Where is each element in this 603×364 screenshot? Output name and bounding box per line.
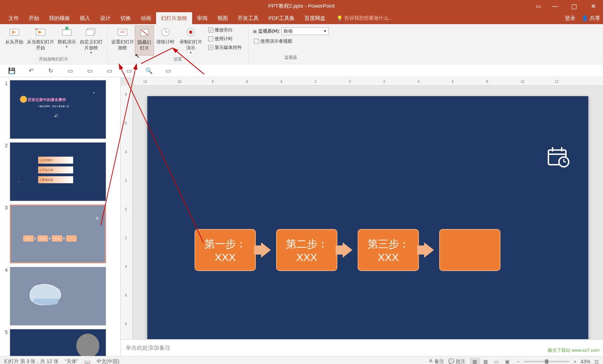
calendar-clock-icon — [546, 145, 571, 170]
presenter-view-checkbox[interactable]: 使用演示者视图 — [253, 37, 329, 45]
close-button[interactable]: ✕ — [584, 0, 603, 12]
slide-thumbnail-1[interactable]: 历史记录中的著名事件 一般历史事件，但这个更有趣一些 ✦ 🔊 — [10, 80, 106, 139]
thumb-number: 2 — [3, 142, 10, 201]
tab-devtools[interactable]: 开发工具 — [233, 12, 264, 24]
group-label-monitor: 监视器 — [285, 55, 297, 60]
status-slide-count: 幻灯片 第 3 张，共 12 张 — [4, 358, 58, 364]
step-box-1[interactable]: 第一步：XXX — [195, 229, 256, 271]
zoom-slider[interactable] — [524, 361, 569, 362]
svg-rect-8 — [86, 30, 94, 35]
qat-btn-9[interactable]: ▭ — [164, 67, 173, 74]
tab-review[interactable]: 审阅 — [192, 12, 212, 24]
group-label-start: 开始放映幻灯片 — [39, 56, 68, 62]
thumb-number: 4 — [3, 267, 10, 326]
qat-btn-7[interactable]: ▭ — [125, 67, 134, 74]
slide-thumbnail-2[interactable]: 1 公司简介 2 产品介绍 3 案例内容 ← — [10, 142, 106, 201]
notes-pane[interactable]: 单击此处添加备注 — [121, 339, 603, 356]
slideshow-view-button[interactable]: ▣ — [502, 358, 513, 364]
step-box-2[interactable]: 第二步：XXX — [276, 229, 337, 271]
zoom-out-button[interactable]: − — [517, 359, 520, 364]
minimize-button[interactable]: — — [545, 0, 565, 12]
tab-mytemplates[interactable]: 我的模板 — [44, 12, 75, 24]
thumb-number: 1 — [3, 80, 10, 139]
tab-file[interactable]: 文件 — [3, 12, 24, 24]
login-link[interactable]: 登录 — [565, 15, 575, 22]
present-online-icon — [61, 26, 73, 38]
fit-to-window-button[interactable]: ⊡ — [595, 359, 599, 364]
hide-slide-icon — [139, 27, 150, 38]
present-online-button[interactable]: 联机演示▼ — [55, 26, 78, 56]
slide-thumbnail-4[interactable] — [10, 267, 106, 326]
arrow-icon — [261, 242, 271, 258]
svg-rect-9 — [118, 29, 127, 35]
qat-btn-8[interactable]: 🔍 — [144, 67, 153, 74]
thumb-number: 5 — [3, 329, 10, 356]
redo-icon[interactable]: ↻ — [46, 67, 55, 74]
svg-rect-4 — [35, 28, 37, 30]
setup-slideshow-icon — [117, 26, 128, 38]
rehearse-timings-icon — [160, 26, 171, 38]
cursor-icon: ↖ — [135, 52, 140, 60]
svg-point-18 — [189, 30, 192, 34]
tab-home[interactable]: 开始 — [24, 12, 44, 24]
reading-view-button[interactable]: ▭ — [491, 358, 502, 364]
save-icon[interactable]: 💾 — [7, 67, 16, 74]
from-beginning-button[interactable]: 从头开始 — [3, 26, 26, 56]
tab-baidu[interactable]: 百度网盘 — [300, 12, 330, 24]
qat-btn-6[interactable]: ▭ — [105, 67, 114, 74]
normal-view-button[interactable]: ▦ — [470, 358, 480, 364]
from-current-button[interactable]: 从当前幻灯片开始 — [26, 26, 55, 56]
qat-btn-4[interactable]: ▭ — [66, 67, 75, 74]
zoom-in-button[interactable]: + — [574, 359, 576, 364]
sorter-view-button[interactable]: ▦ — [481, 358, 491, 364]
custom-slideshow-icon — [85, 26, 97, 38]
step-box-4[interactable] — [439, 229, 500, 271]
tab-pdftools[interactable]: PDF工具集 — [264, 12, 300, 24]
tellme-input[interactable]: 💡告诉我您想要做什么... — [337, 12, 393, 24]
notes-toggle[interactable]: ≜ 备注 — [429, 358, 444, 364]
horizontal-ruler[interactable]: 12108642024681012 — [133, 77, 603, 86]
arrow-icon — [424, 242, 434, 258]
hide-slide-button[interactable]: 隐藏幻灯片 — [135, 26, 154, 56]
tab-animations[interactable]: 动画 — [136, 12, 156, 24]
maximize-button[interactable]: ▢ — [565, 0, 584, 12]
monitor-label: 监视器(M): — [258, 28, 280, 34]
setup-slideshow-button[interactable]: 设置幻灯片放映 — [110, 26, 135, 56]
ribbon-options-icon[interactable]: ▭ — [531, 3, 545, 9]
zoom-level[interactable]: 43% — [581, 359, 590, 364]
slide-thumbnail-5[interactable] — [10, 329, 106, 356]
vertical-ruler[interactable]: 864202468 — [121, 86, 133, 339]
step-box-3[interactable]: 第三步：XXX — [358, 229, 419, 271]
slide-canvas[interactable]: 第一步：XXX 第二步：XXX 第三步：XXX — [147, 96, 588, 339]
tab-design[interactable]: 设计 — [95, 12, 115, 24]
svg-point-6 — [65, 27, 69, 30]
record-slideshow-icon — [185, 26, 197, 38]
show-media-controls-checkbox[interactable]: ✓显示媒体控件 — [207, 44, 243, 51]
qat-btn-5[interactable]: ▭ — [85, 67, 94, 74]
share-button[interactable]: 👤 共享 — [582, 15, 600, 22]
rehearse-timings-button[interactable]: 排练计时 — [154, 26, 177, 56]
group-label-setup: 设置 — [174, 56, 182, 62]
arrow-icon — [343, 242, 352, 258]
slide-thumbnail-panel[interactable]: 1 历史记录中的著名事件 一般历史事件，但这个更有趣一些 ✦ 🔊 2 1 公司简… — [0, 77, 121, 356]
status-theme: "天体" — [65, 358, 78, 364]
from-beginning-icon — [8, 26, 20, 38]
tab-view[interactable]: 视图 — [212, 12, 233, 24]
tab-slideshow[interactable]: 幻灯片放映 — [156, 12, 192, 24]
window-title: PPT教程2.pptx - PowerPoint — [268, 3, 335, 9]
play-narration-checkbox[interactable]: ✓播放旁白 — [207, 26, 243, 34]
svg-rect-5 — [62, 30, 71, 35]
undo-icon[interactable]: ↶ — [27, 67, 36, 74]
custom-slideshow-button[interactable]: 自定义幻灯片放映▼ — [78, 26, 104, 56]
status-language[interactable]: 中文(中国) — [97, 358, 119, 364]
watermark: 极光下载站 www.xz7.com — [548, 347, 600, 354]
slide-thumbnail-3[interactable]: ▦ 第一步 第二步 第三步 — [10, 205, 106, 263]
use-timings-checkbox[interactable]: 使用计时 — [207, 35, 243, 43]
monitor-select[interactable]: 自动▼ — [281, 27, 329, 35]
from-current-icon — [35, 26, 47, 38]
record-slideshow-button[interactable]: 录制幻灯片演示▼ — [177, 26, 205, 56]
comments-toggle[interactable]: 💬 批注 — [448, 358, 465, 364]
tab-transitions[interactable]: 切换 — [115, 12, 136, 24]
thumb-number: 3 — [3, 205, 10, 263]
tab-insert[interactable]: 插入 — [75, 12, 95, 24]
